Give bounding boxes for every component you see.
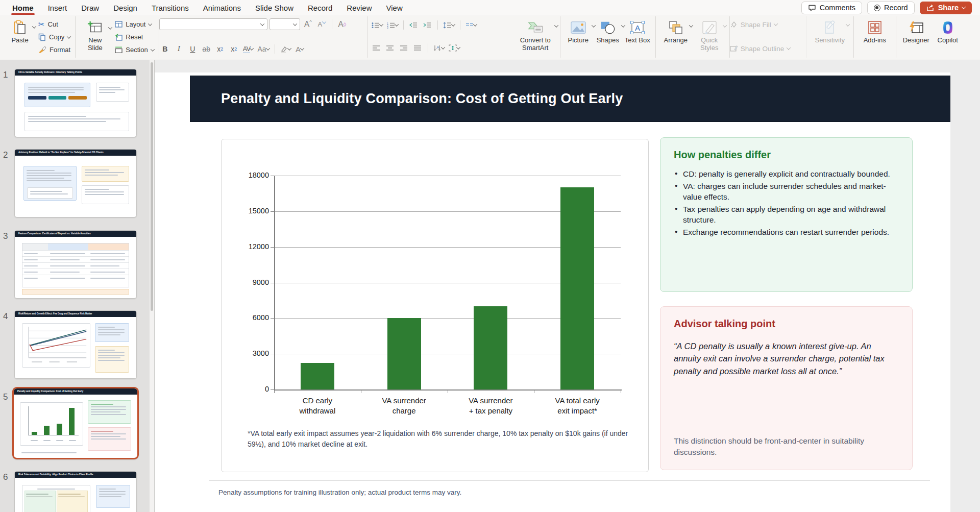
- tab-animations[interactable]: Animations: [196, 0, 248, 15]
- reset-icon: [115, 34, 122, 41]
- underline-button[interactable]: U: [187, 43, 199, 55]
- grow-font-button[interactable]: A^: [302, 19, 314, 30]
- addins-label: Add-ins: [864, 37, 886, 44]
- arrange-button[interactable]: Arrange: [659, 17, 693, 57]
- indent-icon: [423, 22, 431, 28]
- cut-label: Cut: [48, 20, 58, 28]
- italic-button[interactable]: I: [173, 43, 185, 55]
- layout-button[interactable]: Layout: [113, 19, 155, 30]
- x-tick: [274, 389, 275, 393]
- reset-button[interactable]: Reset: [113, 32, 155, 43]
- bold-button[interactable]: B: [159, 43, 171, 55]
- copy-button[interactable]: Copy: [37, 32, 72, 43]
- sensitivity-button[interactable]: Sensitivity: [810, 17, 850, 57]
- align-text-button[interactable]: [448, 42, 461, 54]
- spacing-chevron-icon: [250, 46, 254, 50]
- comments-button[interactable]: Comments: [801, 2, 862, 14]
- slide-thumbnail-2[interactable]: Advisory Position: Default to “Do Not Re…: [14, 149, 137, 217]
- chart-footnote: *VA total early exit impact assumes year…: [248, 428, 641, 450]
- clear-formatting-button[interactable]: A◊: [336, 19, 348, 30]
- align-center-icon: [386, 45, 394, 51]
- highlight-button[interactable]: [279, 43, 292, 55]
- slide-thumbnail-6[interactable]: Risk Tolerance and Suitability: Align Pr…: [14, 471, 137, 512]
- font-name-select[interactable]: [159, 18, 267, 30]
- line-spacing-button[interactable]: [442, 19, 456, 31]
- ribbon-tabs: HomeInsertDrawDesignTransitionsAnimation…: [5, 0, 410, 15]
- slide-thumbnail-4[interactable]: Risk/Return and Growth Effect: Fee Drag …: [14, 310, 137, 379]
- vertical-align-icon: [449, 44, 457, 52]
- font-size-select[interactable]: [270, 18, 300, 30]
- tab-slide-show[interactable]: Slide Show: [248, 0, 301, 15]
- addins-button[interactable]: Add-ins: [857, 17, 893, 57]
- columns-button[interactable]: [464, 19, 478, 31]
- superscript-button[interactable]: x2: [214, 43, 226, 55]
- section-chevron-icon: [150, 47, 154, 51]
- slide-title-bar[interactable]: Penalty and Liquidity Comparison: Cost o…: [190, 76, 950, 122]
- tab-home[interactable]: Home: [5, 0, 41, 15]
- group-designer-copilot: Designer Copilot: [896, 16, 966, 58]
- advisor-talking-point-box[interactable]: Advisor talking point “A CD penalty is u…: [660, 306, 913, 470]
- strikethrough-button[interactable]: ab: [201, 43, 212, 55]
- change-case-button[interactable]: Aa: [256, 43, 270, 55]
- text-direction-button[interactable]: A: [432, 42, 446, 54]
- record-button[interactable]: Record: [867, 2, 915, 14]
- shapes-button[interactable]: Shapes: [593, 17, 623, 57]
- align-left-button[interactable]: [371, 42, 382, 54]
- paste-button[interactable]: Paste: [5, 17, 35, 57]
- slide-editor[interactable]: Penalty and Liquidity Comparison: Cost o…: [155, 72, 950, 512]
- quick-styles-button[interactable]: Quick Styles: [693, 17, 726, 57]
- slide-thumbnail-3[interactable]: Feature Comparison: Certificates of Depo…: [14, 230, 137, 299]
- tab-draw[interactable]: Draw: [74, 0, 106, 15]
- slide-thumbnail-5-selected[interactable]: Penalty and Liquidity Comparison: Cost o…: [12, 387, 139, 459]
- character-spacing-button[interactable]: AV: [242, 43, 255, 55]
- bullets-button[interactable]: [371, 19, 384, 31]
- copilot-label: Copilot: [938, 37, 958, 44]
- slide-footer-text: Penalty assumptions for training illustr…: [218, 489, 461, 496]
- section-button[interactable]: Section: [113, 44, 155, 56]
- copilot-icon: [940, 20, 955, 35]
- tab-design[interactable]: Design: [106, 0, 144, 15]
- group-insert-objects: Picture Shapes A Text Box: [560, 16, 656, 58]
- align-center-button[interactable]: [384, 42, 396, 54]
- picture-button[interactable]: Picture: [564, 17, 593, 57]
- tab-view[interactable]: View: [379, 0, 410, 15]
- align-right-button[interactable]: [398, 42, 410, 54]
- tab-record[interactable]: Record: [301, 0, 339, 15]
- cut-button[interactable]: ✂ Cut: [37, 19, 72, 30]
- shrink-font-button[interactable]: A: [316, 19, 328, 30]
- tab-transitions[interactable]: Transitions: [144, 0, 196, 15]
- thumbnail-scrollbar[interactable]: [150, 60, 154, 512]
- decrease-indent-button[interactable]: [408, 19, 420, 31]
- new-slide-button[interactable]: New Slide: [79, 17, 111, 57]
- share-button[interactable]: Share: [920, 2, 972, 14]
- textbox-button[interactable]: A Text Box: [623, 17, 652, 57]
- copy-chevron-icon: [67, 34, 71, 38]
- text-direction-chevron-icon: [440, 45, 445, 49]
- designer-button[interactable]: Designer: [899, 17, 933, 57]
- reset-label: Reset: [126, 33, 143, 41]
- penalty-bar-chart[interactable]: *VA total early exit impact assumes year…: [221, 139, 649, 472]
- subscript-button[interactable]: x2: [228, 43, 240, 55]
- ribbon-tab-row: HomeInsertDrawDesignTransitionsAnimation…: [0, 0, 980, 15]
- shape-outline-button[interactable]: Shape Outline: [730, 42, 806, 55]
- slide-thumbnail-1[interactable]: CD-to-Variable Annuity Rollovers: Fiduci…: [14, 69, 137, 137]
- tab-review[interactable]: Review: [339, 0, 379, 15]
- shape-fill-button[interactable]: Shape Fill: [730, 18, 806, 31]
- shape-outline-chevron-icon: [787, 45, 791, 50]
- footer-divider: [209, 480, 930, 481]
- thumb-title-1: CD-to-Variable Annuity Rollovers: Fiduci…: [15, 69, 136, 76]
- convert-smartart-button[interactable]: Convert to SmartArt: [514, 17, 557, 57]
- tab-insert[interactable]: Insert: [41, 0, 75, 15]
- increase-indent-button[interactable]: [422, 19, 433, 31]
- how-penalties-differ-box[interactable]: How penalties differ CD: penalty is gene…: [660, 137, 913, 292]
- justify-button[interactable]: [412, 42, 424, 54]
- addins-icon: [867, 20, 883, 35]
- format-painter-button[interactable]: Format: [37, 44, 72, 56]
- format-brush-icon: [38, 46, 46, 54]
- bar-4: [560, 187, 594, 389]
- highlight-chevron-icon: [287, 46, 291, 50]
- copilot-button[interactable]: Copilot: [933, 17, 963, 57]
- numbering-button[interactable]: 123: [386, 19, 399, 31]
- font-color-button[interactable]: A: [294, 43, 306, 55]
- bullets-chevron-icon: [379, 22, 383, 26]
